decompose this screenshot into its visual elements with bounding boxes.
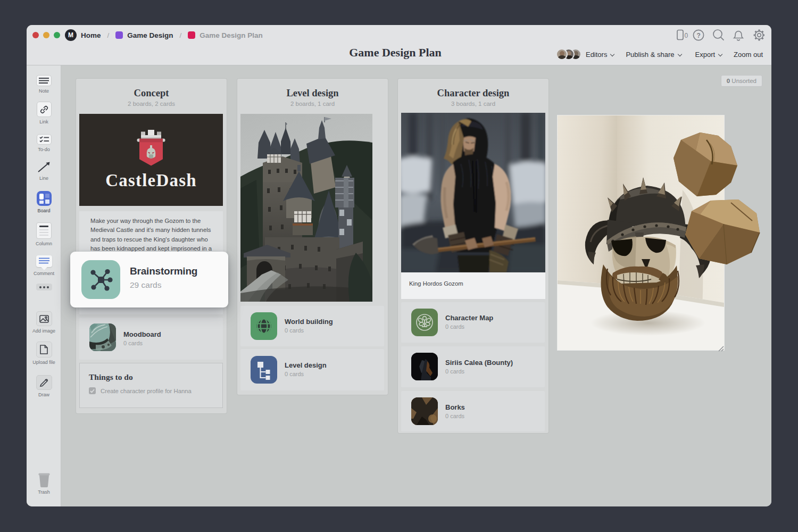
svg-text:CastleDash: CastleDash (105, 171, 197, 190)
svg-text:0: 0 (685, 32, 688, 39)
svg-text:?: ? (697, 32, 701, 39)
